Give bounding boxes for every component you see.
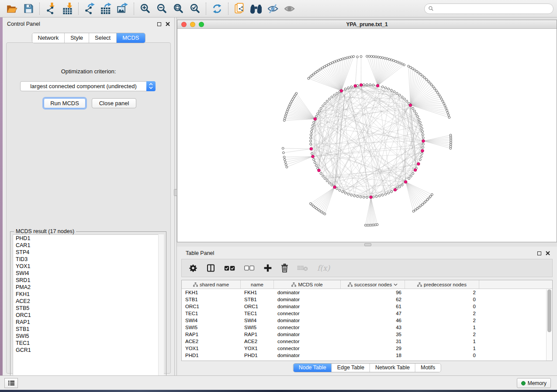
graph-node[interactable] (310, 131, 312, 133)
mcds-result-item[interactable]: SWI4 (13, 270, 163, 277)
column-header-name[interactable]: name (241, 280, 274, 289)
tab-node-table[interactable]: Node Table (294, 364, 332, 372)
graph-leaf-node[interactable] (418, 72, 420, 74)
graph-node[interactable] (322, 105, 324, 107)
graph-node[interactable] (398, 94, 401, 96)
import-table-icon[interactable] (59, 2, 76, 16)
graph-node[interactable] (418, 118, 420, 120)
graph-node[interactable] (311, 127, 313, 130)
network-window-titlebar[interactable]: YPA_prune.txt_1 (177, 20, 557, 29)
graph-leaf-node[interactable] (393, 59, 395, 62)
graph-leaf-node[interactable] (395, 60, 397, 62)
mcds-result-item[interactable]: FKH1 (13, 291, 163, 298)
graph-leaf-node[interactable] (333, 61, 336, 63)
graph-node[interactable] (387, 88, 390, 90)
graph-hub-node[interactable] (370, 196, 373, 199)
graph-node[interactable] (350, 194, 353, 196)
table-row[interactable]: ORC1ORC1dominator610 (182, 303, 552, 310)
graph-node[interactable] (326, 100, 328, 102)
graph-leaf-node[interactable] (329, 62, 332, 65)
table-row[interactable]: PHD1PHD1dominator180 (182, 352, 552, 359)
graph-hub-node[interactable] (422, 140, 425, 143)
graph-node[interactable] (396, 92, 398, 94)
close-panel-button[interactable]: Close panel (92, 98, 136, 108)
graph-leaf-node[interactable] (342, 58, 344, 60)
column-header-successor-nodes[interactable]: successor nodes (341, 280, 405, 289)
graph-leaf-node[interactable] (448, 117, 450, 119)
memory-button[interactable]: Memory (517, 378, 551, 388)
graph-node[interactable] (314, 162, 316, 164)
graph-leaf-node[interactable] (403, 64, 405, 66)
graph-node[interactable] (331, 184, 333, 186)
add-icon[interactable] (263, 264, 272, 272)
graph-leaf-node[interactable] (325, 65, 328, 67)
graph-node[interactable] (410, 175, 412, 177)
graph-node[interactable] (420, 124, 422, 127)
mcds-result-list[interactable]: PHD1CAR1STP4TID3YOX1SWI4SRD1PMA2FKH1ACE2… (13, 234, 164, 389)
tab-select[interactable]: Select (89, 33, 116, 43)
graph-hub-node[interactable] (404, 180, 407, 183)
graph-node[interactable] (421, 127, 423, 130)
graph-leaf-node[interactable] (401, 63, 403, 65)
mcds-list-scrollbar[interactable] (158, 234, 164, 389)
graph-leaf-node[interactable] (450, 134, 452, 136)
graph-leaf-node[interactable] (397, 61, 399, 63)
graph-hub-node[interactable] (376, 84, 379, 87)
table-row[interactable]: FKH1FKH1dominator962 (182, 289, 552, 296)
graph-leaf-node[interactable] (447, 112, 449, 114)
graph-node[interactable] (387, 192, 390, 194)
graph-leaf-node[interactable] (375, 56, 377, 58)
graph-node[interactable] (311, 152, 313, 155)
graph-hub-node[interactable] (340, 89, 343, 93)
graph-leaf-node[interactable] (373, 55, 375, 58)
graph-leaf-node[interactable] (434, 88, 436, 90)
graph-leaf-node[interactable] (339, 58, 342, 61)
graph-leaf-node[interactable] (412, 210, 415, 213)
graph-node[interactable] (391, 191, 393, 193)
mcds-result-item[interactable]: STB5 (13, 305, 163, 312)
mcds-result-item[interactable]: SRD1 (13, 277, 163, 284)
graph-leaf-node[interactable] (377, 56, 379, 58)
tab-edge-table[interactable]: Edge Table (332, 364, 370, 372)
graph-leaf-node[interactable] (442, 100, 444, 103)
graph-node[interactable] (324, 178, 326, 180)
optimization-criterion-select[interactable]: largest connected component (undirected) (20, 81, 156, 91)
graph-node[interactable] (329, 182, 331, 184)
graph-node[interactable] (372, 196, 374, 198)
zoom-fit-icon[interactable] (170, 2, 187, 16)
graph-hub-node[interactable] (394, 188, 397, 191)
mcds-result-item[interactable]: ACE2 (13, 298, 163, 305)
table-row[interactable]: STB1STB1dominator620 (182, 296, 552, 303)
table-scrollbar[interactable] (546, 289, 552, 361)
mcds-result-item[interactable]: YOX1 (13, 263, 163, 270)
zoom-in-icon[interactable] (137, 2, 153, 16)
graph-leaf-node[interactable] (431, 193, 433, 196)
graph-node[interactable] (398, 186, 401, 188)
graph-node[interactable] (318, 110, 320, 112)
mcds-result-item[interactable]: STP4 (13, 249, 163, 256)
graph-leaf-node[interactable] (336, 60, 338, 62)
tab-mcds[interactable]: MCDS (116, 33, 145, 43)
graph-leaf-node[interactable] (308, 77, 310, 79)
graph-leaf-node[interactable] (435, 89, 437, 92)
graph-leaf-node[interactable] (283, 156, 285, 158)
mcds-result-item[interactable]: PHD1 (13, 235, 163, 242)
graph-leaf-node[interactable] (408, 65, 410, 67)
gear-icon[interactable] (189, 264, 197, 272)
graph-node[interactable] (310, 143, 312, 145)
graph-node[interactable] (391, 89, 393, 91)
graph-leaf-node[interactable] (420, 73, 422, 76)
graph-node[interactable] (356, 196, 359, 198)
mcds-result-item[interactable]: RAP1 (13, 319, 163, 326)
tab-network[interactable]: Network (32, 33, 64, 43)
graph-node[interactable] (404, 98, 406, 100)
graph-node[interactable] (381, 86, 384, 88)
float-panel-icon[interactable] (157, 22, 161, 26)
mcds-result-item[interactable]: GCR1 (13, 347, 163, 354)
graph-node[interactable] (422, 143, 424, 145)
graph-node[interactable] (422, 131, 424, 133)
graph-node[interactable] (347, 193, 349, 195)
graph-leaf-node[interactable] (366, 55, 368, 58)
graph-node[interactable] (312, 124, 314, 127)
graph-hub-node[interactable] (310, 148, 313, 151)
